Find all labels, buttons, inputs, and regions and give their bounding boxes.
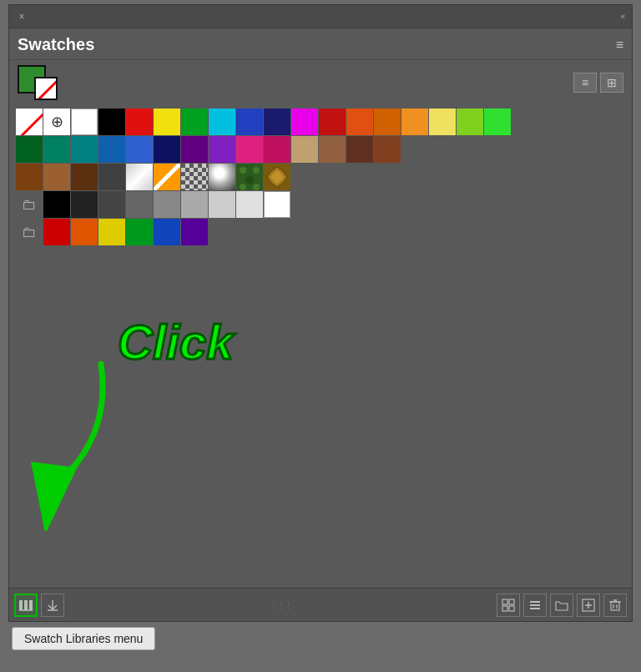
swatch-row-1: ⊕ — [16, 109, 625, 135]
bottom-left-buttons — [14, 594, 64, 617]
swatch-transparent[interactable] — [181, 164, 208, 190]
swatch-white[interactable] — [71, 109, 98, 135]
swatch-peru[interactable] — [43, 164, 70, 190]
swatch-row-4: 🗀 — [16, 191, 625, 218]
svg-rect-12 — [502, 599, 507, 604]
svg-rect-17 — [530, 604, 540, 606]
svg-rect-14 — [502, 606, 507, 611]
swatch-royalblue[interactable] — [126, 136, 153, 163]
swatch-circle[interactable] — [209, 164, 235, 190]
swatch-gray2[interactable] — [98, 191, 125, 218]
background-swatch[interactable] — [34, 77, 58, 100]
swatch-saddlebrown[interactable] — [16, 164, 43, 190]
swatches-area: ⊕ — [9, 105, 632, 588]
swatch-red[interactable] — [126, 109, 153, 135]
swatch-black[interactable] — [98, 109, 125, 135]
swatch-lightorange[interactable] — [401, 109, 428, 135]
swatch-orange[interactable] — [346, 109, 373, 135]
swatch-tan[interactable] — [291, 136, 318, 163]
swatch-purple2[interactable] — [181, 219, 208, 245]
swatch-yellow2[interactable] — [98, 219, 125, 245]
swatch-gray6[interactable] — [209, 191, 235, 218]
delete-swatch-btn[interactable] — [603, 594, 627, 617]
svg-point-3 — [240, 184, 246, 190]
swatch-cyan[interactable] — [209, 109, 235, 135]
swatch-yellow[interactable] — [154, 109, 180, 135]
tooltip-text: Swatch Libraries menu — [24, 632, 143, 645]
collapse-button[interactable]: « — [620, 12, 625, 21]
panel-wrapper: × « Swatches ≡ ≡ ⊞ — [3, 4, 638, 668]
folder-icon-2[interactable]: 🗀 — [16, 219, 43, 245]
swatch-orange2[interactable] — [154, 164, 180, 190]
swatch-pattern2[interactable] — [264, 164, 290, 190]
svg-rect-15 — [509, 606, 514, 611]
swatch-bright-green[interactable] — [484, 109, 511, 135]
swatch-darkcyan[interactable] — [71, 136, 98, 163]
swatch-gray7[interactable] — [236, 191, 263, 218]
swatch-darkred[interactable] — [319, 109, 346, 135]
bottom-toolbar: ⋮⋮⋮ — [9, 588, 632, 621]
swatch-grid: ⊕ — [16, 109, 625, 245]
svg-point-2 — [245, 176, 254, 184]
panel-menu-icon[interactable]: ≡ — [616, 38, 623, 53]
swatch-gradient[interactable] — [126, 164, 153, 190]
swatch-gray4[interactable] — [154, 191, 180, 218]
svg-rect-13 — [509, 599, 514, 604]
view-buttons: ≡ ⊞ — [573, 73, 623, 93]
swatch-navy[interactable] — [154, 136, 180, 163]
svg-rect-18 — [530, 608, 540, 609]
swatch-pattern1[interactable] — [236, 164, 263, 190]
swatch-yellow-green[interactable] — [457, 109, 483, 135]
swatch-gray3[interactable] — [126, 191, 153, 218]
folder-icon-1[interactable]: 🗀 — [16, 191, 43, 218]
swatch-black2[interactable] — [43, 191, 70, 218]
toolbar-row: ≡ ⊞ — [9, 60, 632, 105]
swatch-white2[interactable] — [264, 191, 290, 218]
swatch-chocolate[interactable] — [71, 164, 98, 190]
import-button[interactable] — [41, 594, 64, 617]
list-view-button[interactable]: ≡ — [573, 73, 597, 93]
swatch-brown[interactable] — [374, 136, 401, 163]
folder-btn[interactable] — [550, 594, 573, 617]
swatch-darkblue[interactable] — [264, 109, 290, 135]
swatch-gray5[interactable] — [181, 191, 208, 218]
swatch-orange3[interactable] — [71, 219, 98, 245]
swatch-darkgreen[interactable] — [16, 136, 43, 163]
swatch-registration[interactable]: ⊕ — [43, 109, 70, 135]
swatch-red2[interactable] — [43, 219, 70, 245]
grid-view-button[interactable]: ⊞ — [600, 73, 623, 93]
svg-point-4 — [253, 184, 260, 190]
svg-rect-22 — [611, 602, 619, 610]
swatch-sienna[interactable] — [319, 136, 346, 163]
grid-view-btn[interactable] — [497, 594, 520, 617]
swatch-green[interactable] — [181, 109, 208, 135]
tooltip-box: Swatch Libraries menu — [12, 627, 155, 650]
swatch-none[interactable] — [16, 109, 43, 135]
swatch-lightyellow[interactable] — [429, 109, 456, 135]
swatch-gray1[interactable] — [71, 191, 98, 218]
swatch-darkorange[interactable] — [374, 109, 401, 135]
swatch-green2[interactable] — [126, 219, 153, 245]
swatches-panel: × « Swatches ≡ ≡ ⊞ — [8, 4, 633, 622]
new-swatch-btn[interactable] — [577, 594, 600, 617]
svg-rect-8 — [29, 600, 33, 610]
gripper: ⋮⋮⋮ — [270, 600, 292, 609]
swatch-steelblue[interactable] — [98, 136, 125, 163]
swatch-libraries-button[interactable] — [14, 594, 38, 617]
swatch-deeppink[interactable] — [264, 136, 290, 163]
svg-rect-16 — [530, 601, 540, 603]
swatch-darkbrown[interactable] — [346, 136, 373, 163]
swatch-teal[interactable] — [43, 136, 70, 163]
swatch-magenta[interactable] — [291, 109, 318, 135]
swatch-violet[interactable] — [209, 136, 235, 163]
list-view-btn[interactable] — [523, 594, 547, 617]
swatch-darkgray[interactable] — [98, 164, 125, 190]
swatch-purple[interactable] — [181, 136, 208, 163]
panel-title: Swatches — [18, 35, 94, 54]
close-button[interactable]: × — [16, 11, 28, 23]
swatch-blue2[interactable] — [154, 219, 180, 245]
svg-point-1 — [253, 167, 260, 174]
swatch-hotpink[interactable] — [236, 136, 263, 163]
swatch-blue[interactable] — [236, 109, 263, 135]
svg-rect-6 — [19, 600, 23, 610]
